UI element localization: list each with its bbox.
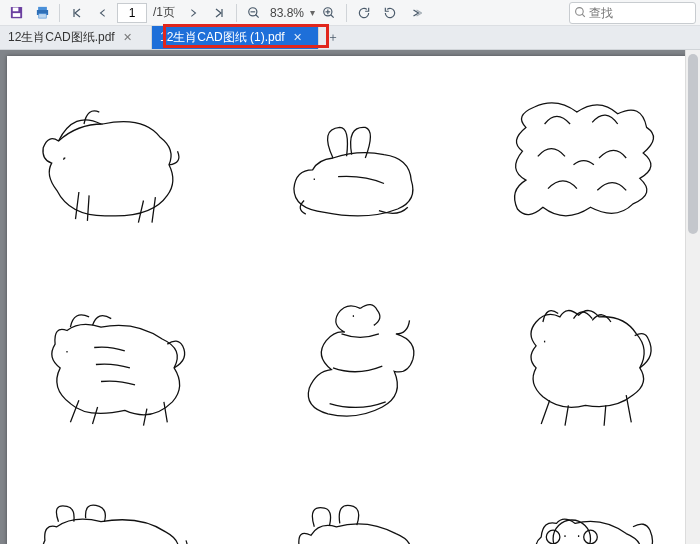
zodiac-drawing-ox (13, 464, 223, 544)
zodiac-drawing-monkey (477, 464, 687, 544)
zodiac-drawing-rabbit (245, 68, 455, 248)
close-tab-icon[interactable]: ✕ (293, 31, 302, 44)
prev-page-button[interactable] (91, 2, 115, 24)
zodiac-drawing-tiger (13, 266, 223, 446)
document-tab-bar: 12生肖CAD图纸.pdf ✕ 12生肖CAD图纸 (1).pdf ✕ ＋ (0, 26, 700, 50)
next-page-button[interactable] (181, 2, 205, 24)
print-button[interactable] (30, 2, 54, 24)
svg-point-8 (576, 8, 584, 16)
tab-label: 12生肖CAD图纸 (1).pdf (160, 29, 285, 46)
save-button[interactable] (4, 2, 28, 24)
close-tab-icon[interactable]: ✕ (123, 31, 132, 44)
document-viewer (0, 50, 700, 544)
rotate-cw-button[interactable] (378, 2, 402, 24)
last-page-button[interactable] (207, 2, 231, 24)
zoom-out-button[interactable] (242, 2, 266, 24)
rotate-ccw-button[interactable] (352, 2, 376, 24)
first-page-button[interactable] (65, 2, 89, 24)
add-tab-button[interactable]: ＋ (319, 26, 347, 49)
scrollbar-thumb[interactable] (688, 54, 698, 234)
vertical-scrollbar[interactable] (685, 50, 700, 544)
doc-tab-0[interactable]: 12生肖CAD图纸.pdf ✕ (0, 26, 152, 49)
page-total-label: /1页 (149, 4, 179, 21)
page-number-input[interactable] (117, 3, 147, 23)
zoom-level-label: 83.8% (268, 6, 306, 20)
zodiac-drawing-pig (13, 68, 223, 248)
svg-rect-5 (38, 14, 46, 18)
doc-tab-1[interactable]: 12生肖CAD图纸 (1).pdf ✕ (152, 26, 319, 49)
zodiac-drawing-snake (245, 266, 455, 446)
svg-rect-2 (12, 13, 20, 17)
svg-rect-1 (12, 8, 18, 12)
main-toolbar: /1页 83.8% ▾ (0, 0, 700, 26)
zoom-dropdown-button[interactable]: ▾ (308, 7, 315, 18)
tab-label: 12生肖CAD图纸.pdf (8, 29, 115, 46)
svg-rect-3 (38, 7, 47, 10)
zodiac-drawing-horse (477, 266, 687, 446)
zodiac-drawing-dragon (477, 68, 687, 248)
pdf-page (7, 56, 693, 544)
zodiac-drawing-goat (245, 464, 455, 544)
search-input[interactable] (587, 5, 691, 21)
search-box[interactable] (569, 2, 696, 24)
drawing-grid (7, 56, 693, 544)
more-tools-button[interactable] (404, 2, 428, 24)
zoom-in-button[interactable] (317, 2, 341, 24)
